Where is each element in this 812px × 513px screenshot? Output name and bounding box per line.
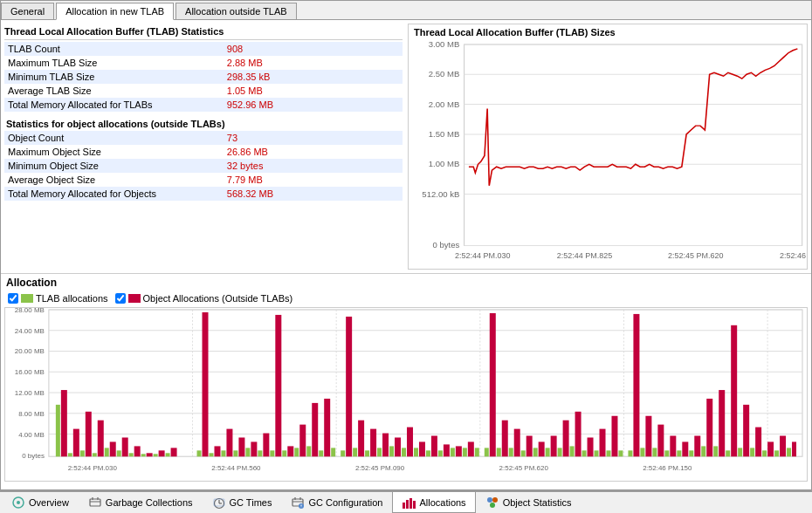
stats-section: Thread Local Allocation Buffer (TLAB) St… <box>4 24 403 270</box>
svg-rect-86 <box>319 450 323 456</box>
svg-rect-56 <box>117 450 121 456</box>
svg-rect-91 <box>353 448 357 456</box>
obj-count-label: Object Count <box>4 131 224 145</box>
svg-rect-81 <box>287 446 293 456</box>
svg-rect-148 <box>706 399 712 456</box>
total-obj-value: 568.32 MB <box>224 187 403 201</box>
svg-rect-76 <box>258 450 262 456</box>
svg-rect-65 <box>171 448 177 456</box>
tab-gc[interactable]: Garbage Collections <box>79 492 203 513</box>
outside-legend-label: Object Allocations (Outside TLABs) <box>143 293 293 304</box>
total-tlab-value: 952.96 MB <box>224 98 403 112</box>
svg-text:2:52:45 PM.620: 2:52:45 PM.620 <box>499 464 549 472</box>
svg-rect-66 <box>197 450 202 456</box>
svg-rect-183 <box>413 501 416 509</box>
tab-allocations[interactable]: Allocations <box>392 492 475 513</box>
svg-rect-84 <box>306 446 311 456</box>
table-row: TLAB Count 908 <box>4 42 403 56</box>
min-obj-label: Minimum Object Size <box>4 159 224 173</box>
svg-rect-136 <box>633 314 639 456</box>
obj-count-value: 73 <box>224 131 403 145</box>
svg-rect-73 <box>238 438 244 457</box>
svg-rect-110 <box>468 441 474 456</box>
svg-rect-112 <box>485 448 489 456</box>
svg-rect-54 <box>105 448 109 456</box>
svg-rect-48 <box>68 453 72 456</box>
svg-rect-155 <box>750 448 754 456</box>
tab-general[interactable]: General <box>1 3 54 19</box>
tlab-count-value: 908 <box>224 42 403 56</box>
table-row: Maximum TLAB Size 2.88 MB <box>4 56 403 70</box>
svg-rect-47 <box>61 390 67 456</box>
tab-objstats[interactable]: Object Statistics <box>476 492 581 513</box>
svg-rect-83 <box>299 425 306 457</box>
svg-rect-142 <box>670 436 676 457</box>
legend-outside: Object Allocations (Outside TLABs) <box>115 293 293 304</box>
svg-rect-106 <box>444 444 450 456</box>
svg-rect-119 <box>526 436 533 457</box>
svg-rect-89 <box>341 450 345 456</box>
svg-text:2:52:46 PM.150: 2:52:46 PM.150 <box>643 464 692 472</box>
svg-rect-55 <box>110 441 116 456</box>
tlab-legend-checkbox[interactable] <box>8 293 18 304</box>
svg-text:0 bytes: 0 bytes <box>22 452 45 460</box>
tab-gcconfig[interactable]: GC Configuration <box>281 492 392 513</box>
svg-rect-78 <box>270 450 274 456</box>
tab-gctimes[interactable]: GC Times <box>203 492 282 513</box>
svg-text:20.00 MB: 20.00 MB <box>15 347 45 355</box>
table-row: Minimum Object Size 32 bytes <box>4 159 403 173</box>
gctimes-icon <box>212 496 226 510</box>
svg-rect-99 <box>402 448 406 456</box>
gc-icon <box>88 496 102 510</box>
svg-rect-111 <box>475 448 479 456</box>
svg-rect-52 <box>93 453 97 456</box>
svg-rect-118 <box>521 450 526 456</box>
svg-text:2:52:44 PM.560: 2:52:44 PM.560 <box>211 464 261 472</box>
svg-rect-138 <box>645 416 651 457</box>
top-tabs: General Allocation in new TLAB Allocatio… <box>1 1 811 20</box>
svg-text:1.00 MB: 1.00 MB <box>429 161 460 169</box>
svg-rect-157 <box>762 450 767 456</box>
max-tlab-label: Maximum TLAB Size <box>4 56 224 70</box>
svg-rect-79 <box>275 315 281 456</box>
svg-rect-92 <box>358 421 364 457</box>
svg-rect-117 <box>514 429 520 457</box>
svg-rect-57 <box>122 438 128 457</box>
tab-gc-label: Garbage Collections <box>106 497 193 508</box>
svg-text:2:52:44 PM.030: 2:52:44 PM.030 <box>68 464 118 472</box>
tlab-size-chart: Thread Local Allocation Buffer (TLAB) Si… <box>408 24 808 270</box>
svg-rect-62 <box>154 454 158 456</box>
svg-rect-160 <box>780 436 786 457</box>
svg-rect-74 <box>245 448 250 456</box>
svg-rect-146 <box>694 436 700 457</box>
svg-rect-143 <box>677 450 681 456</box>
svg-text:2.50 MB: 2.50 MB <box>429 71 460 79</box>
min-tlab-value: 298.35 kB <box>224 70 403 84</box>
svg-rect-75 <box>251 441 257 456</box>
svg-rect-63 <box>159 450 165 456</box>
svg-rect-162 <box>792 441 796 456</box>
svg-rect-50 <box>80 450 85 456</box>
outside-legend-checkbox[interactable] <box>115 293 126 304</box>
svg-rect-68 <box>209 453 213 456</box>
svg-point-186 <box>490 503 495 508</box>
svg-rect-181 <box>406 500 409 509</box>
svg-text:2.00 MB: 2.00 MB <box>429 100 460 109</box>
svg-rect-152 <box>731 325 737 456</box>
svg-rect-135 <box>628 450 632 456</box>
tab-overview[interactable]: Overview <box>2 492 79 513</box>
svg-rect-122 <box>546 448 550 456</box>
page-wrapper: General Allocation in new TLAB Allocatio… <box>0 0 812 513</box>
svg-rect-116 <box>509 448 513 456</box>
svg-rect-132 <box>607 450 611 456</box>
svg-text:28.00 MB: 28.00 MB <box>15 308 45 314</box>
svg-point-184 <box>487 497 492 503</box>
tab-alloc-new-tlab[interactable]: Allocation in new TLAB <box>56 3 174 20</box>
min-tlab-label: Minimum TLAB Size <box>4 70 224 84</box>
tab-alloc-outside-tlab[interactable]: Allocation outside TLAB <box>175 3 297 19</box>
avg-tlab-value: 1.05 MB <box>224 84 403 98</box>
svg-rect-88 <box>331 448 335 456</box>
bottom-tabs: Overview Garbage Collections GC Times <box>0 490 812 513</box>
svg-rect-108 <box>456 446 462 456</box>
svg-rect-180 <box>403 503 405 509</box>
